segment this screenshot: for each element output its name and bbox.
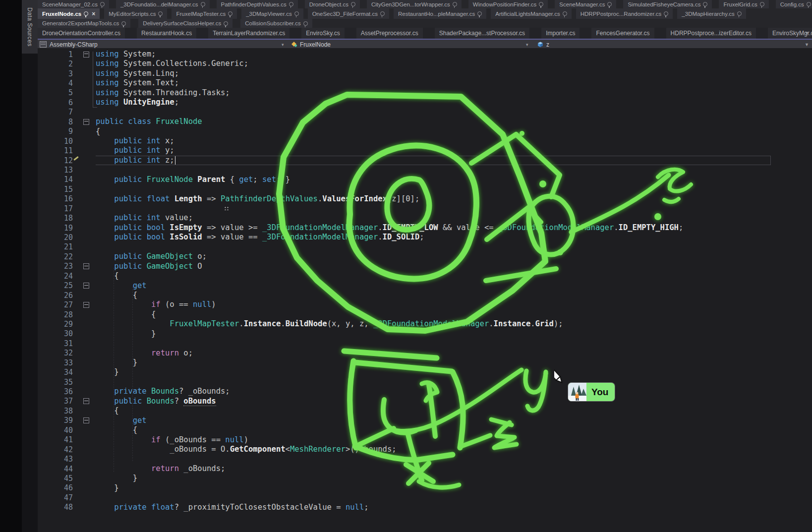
pin-icon[interactable] — [477, 11, 482, 16]
code-text[interactable]: { — [96, 271, 119, 281]
pin-icon[interactable] — [807, 2, 811, 6]
pin-icon[interactable] — [703, 2, 707, 6]
fold-toggle[interactable] — [83, 119, 89, 125]
pin-icon[interactable] — [121, 21, 126, 26]
fold-toggle[interactable] — [83, 398, 89, 404]
document-tab[interactable]: HDRPPostproce...izerEditor.cs — [666, 28, 756, 39]
document-tab[interactable]: _3DMapViewer.cs — [241, 8, 303, 19]
document-tab[interactable]: OneSec3D_FileFormat.cs — [308, 8, 389, 19]
pin-icon[interactable] — [303, 21, 308, 26]
code-text[interactable]: return o; — [96, 349, 193, 358]
code-text[interactable]: using System; — [96, 50, 156, 59]
pin-icon[interactable] — [539, 2, 543, 6]
code-text[interactable]: { — [96, 425, 137, 435]
document-tab[interactable]: DroneObject.cs — [305, 0, 360, 8]
document-tab[interactable]: CityGen3DGen...torWrapper.cs — [367, 0, 462, 8]
document-tab[interactable]: CollisionSubscriber.cs — [240, 19, 312, 28]
document-tab[interactable]: FruxelNode.cs× — [38, 8, 100, 19]
code-text[interactable]: } — [96, 473, 137, 483]
code-text[interactable]: using System.Linq; — [96, 69, 179, 78]
code-text[interactable]: public class FruxelNode — [96, 117, 202, 126]
document-tab[interactable]: Config.cs — [776, 0, 812, 8]
code-text[interactable]: if (_oBounds == null) — [96, 435, 248, 445]
code-text[interactable]: using System.Text; — [96, 78, 179, 88]
code-text[interactable]: } — [96, 329, 156, 339]
document-tab[interactable]: Generator2ExportMapTools.cs — [38, 19, 130, 28]
pin-icon[interactable] — [563, 11, 567, 16]
code-text[interactable]: FruxelMapTester.Instance.BuildNode(x, y,… — [96, 319, 563, 329]
fold-toggle[interactable] — [83, 263, 89, 269]
pin-icon[interactable] — [294, 11, 299, 16]
code-text[interactable]: return _oBounds; — [96, 464, 225, 473]
document-tab[interactable]: HDRPPostproc...Randomizer.cs — [576, 8, 673, 19]
document-tab[interactable]: MyEditorScripts.cs — [104, 8, 167, 19]
close-icon[interactable]: × — [92, 11, 95, 17]
document-tab[interactable]: DeliverySurfaceClassHelper.cs — [138, 19, 232, 28]
tab-overflow-icon[interactable]: ▼ — [805, 31, 809, 36]
code-text[interactable]: public GameObject O — [96, 262, 202, 271]
code-text[interactable]: public float Length => PathfinderDepthVa… — [96, 194, 419, 204]
code-text[interactable]: using System.Collections.Generic; — [96, 59, 248, 68]
code-text[interactable]: using UnityEngine; — [96, 98, 179, 107]
document-tab[interactable]: RestaurantHook.cs — [137, 28, 196, 39]
document-tab[interactable]: DroneOrientationController.cs — [38, 28, 125, 39]
document-tab[interactable]: FruxelGrid.cs — [719, 0, 768, 8]
document-tab[interactable]: _3DMapHierarchy.cs — [677, 8, 746, 19]
code-editor[interactable]: 1using System;2using System.Collections.… — [38, 48, 812, 532]
code-text[interactable]: get — [96, 281, 147, 291]
document-tab[interactable]: ShaderPackage...stProcessor.cs — [435, 28, 529, 39]
fold-toggle[interactable] — [83, 417, 89, 423]
document-tab[interactable]: AssetPreprocessor.cs — [356, 28, 423, 39]
code-text[interactable]: public bool IsEmpty => value >= _3DFound… — [96, 223, 683, 233]
document-tab[interactable]: FruxelMapTester.cs — [172, 8, 237, 19]
code-text[interactable]: public int y; — [96, 146, 174, 155]
pin-icon[interactable] — [228, 11, 232, 16]
document-tab[interactable]: _3DFoundatio...delManager.cs — [116, 0, 210, 8]
code-text[interactable]: { — [96, 291, 137, 300]
fold-toggle[interactable] — [83, 52, 89, 58]
breadcrumb-member[interactable]: z — [536, 41, 549, 48]
pin-icon[interactable] — [737, 11, 742, 16]
code-text[interactable]: { — [96, 310, 156, 319]
document-tab[interactable]: TerrainLayerRandomizer.cs — [208, 28, 290, 39]
fold-toggle[interactable] — [83, 283, 89, 289]
code-text[interactable]: { — [96, 127, 100, 136]
code-text[interactable]: { — [96, 406, 119, 415]
pin-icon[interactable] — [201, 2, 205, 6]
pin-icon[interactable] — [760, 2, 764, 6]
pin-icon[interactable] — [607, 2, 612, 6]
document-tab[interactable]: ArtificialLightsManager.cs — [491, 8, 571, 19]
document-tab[interactable]: SceneManager_02.cs — [38, 0, 109, 8]
code-text[interactable]: public GameObject o; — [96, 252, 207, 261]
pin-icon[interactable] — [664, 11, 668, 16]
code-text[interactable]: _oBounds = O.GetComponent<MeshRenderer>(… — [96, 445, 397, 454]
pin-icon[interactable] — [380, 11, 385, 16]
code-text[interactable]: private Bounds? _oBounds; — [96, 387, 230, 396]
pin-icon[interactable] — [351, 2, 355, 6]
chevron-down-icon[interactable]: ▾ — [526, 42, 528, 47]
code-text[interactable]: using System.Threading.Tasks; — [96, 88, 230, 98]
code-text[interactable]: public int value; — [96, 213, 193, 223]
code-text[interactable]: private float? _proximityToClosestObstac… — [96, 503, 369, 512]
document-tab[interactable]: RestaurantHo...pleManager.cs — [394, 8, 486, 19]
pin-icon[interactable] — [100, 2, 105, 6]
breadcrumb-overflow-icon[interactable]: ▼ — [805, 42, 809, 47]
code-text[interactable]: get — [96, 416, 147, 425]
pin-icon[interactable] — [84, 11, 88, 16]
document-tab[interactable]: SceneManager.cs — [555, 0, 616, 8]
code-text[interactable]: public int z; — [96, 156, 175, 165]
pin-icon[interactable] — [158, 11, 163, 16]
document-tab[interactable]: FencesGenerator.cs — [591, 28, 654, 39]
breadcrumb-project[interactable]: Assembly-CSharp — [50, 41, 98, 48]
document-tab[interactable]: SimulatedFisheyeCamera.cs — [623, 0, 712, 8]
code-text[interactable]: public int x; — [96, 136, 174, 146]
chevron-down-icon[interactable]: ▾ — [282, 42, 284, 47]
code-text[interactable]: } — [96, 483, 119, 493]
code-text[interactable]: public FruxelNode Parent { get; set; } — [96, 175, 290, 184]
breadcrumb-type[interactable]: FruxelNode — [290, 41, 331, 48]
document-tab[interactable]: EnviroSky.cs — [301, 28, 344, 39]
document-tab[interactable]: Importer.cs — [541, 28, 580, 39]
pin-icon[interactable] — [289, 2, 293, 6]
sidebar-item-data-sources[interactable]: Data Sources — [22, 0, 38, 54]
code-text[interactable]: } — [96, 358, 137, 367]
